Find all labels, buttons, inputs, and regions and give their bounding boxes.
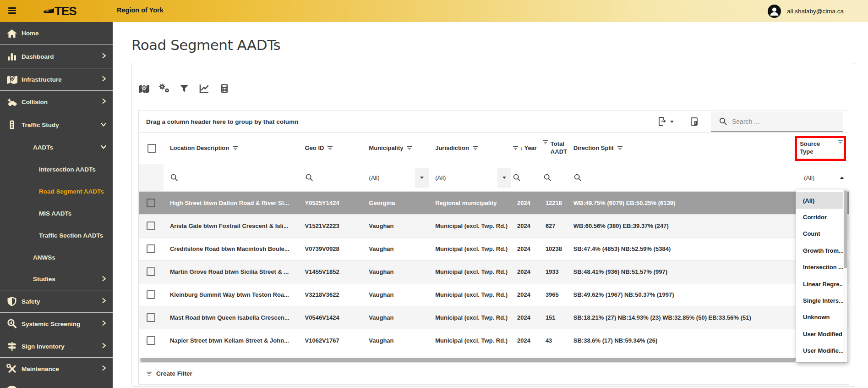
dropdown-caret[interactable]	[415, 168, 429, 188]
column-header-location-description[interactable]: Location Description	[164, 133, 299, 164]
dropdown-option[interactable]: Intersection ...	[796, 259, 847, 276]
column-header-jurisdiction[interactable]: Jurisdiction	[429, 133, 511, 164]
region-title: Region of York	[117, 6, 164, 14]
sidebar-item-label: Intersection AADTs	[39, 166, 96, 173]
filter-cell-municipality[interactable]: (All)	[362, 164, 429, 191]
row-checkbox[interactable]	[147, 222, 155, 230]
sidebar-item-safety[interactable]: Safety	[0, 290, 113, 313]
safety-icon	[6, 296, 18, 307]
filter-cell-location-description[interactable]	[164, 164, 299, 191]
cell-total-aadt: 10238	[540, 245, 569, 252]
sidebar-item-dashboard[interactable]: Dashboard	[0, 45, 113, 68]
table-row[interactable]: Mast Road btwn Queen Isabella Crescen...…	[139, 306, 849, 329]
filter-icon[interactable]	[177, 82, 191, 95]
dropdown-caret-open[interactable]	[835, 168, 849, 188]
sidebar-item-traffic-study[interactable]: Traffic Study	[0, 113, 113, 136]
sidebar: HomeDashboardInfrastructureCollisionTraf…	[0, 22, 113, 388]
chevron-right-icon	[102, 298, 106, 305]
table-row[interactable]: Napier Street btwn Kellam Street & John.…	[139, 329, 849, 352]
sidebar-item-road-segment-aadts[interactable]: Road Segment AADTs	[0, 180, 113, 202]
table-row[interactable]: Martin Grove Road btwn Sicilia Street & …	[139, 261, 849, 283]
dropdown-option[interactable]: Growth from...	[796, 242, 847, 259]
tes-logo[interactable]: TES	[42, 4, 88, 20]
cell-geo-id: V1521V2223	[299, 222, 363, 229]
menu-icon[interactable]	[8, 7, 16, 14]
dropdown-option[interactable]: Count	[796, 226, 847, 242]
column-filter-icon[interactable]	[617, 145, 623, 151]
collision-icon	[6, 96, 18, 107]
column-filter-icon[interactable]	[472, 145, 478, 151]
sidebar-item-collision[interactable]: Collision	[0, 91, 113, 113]
table-row[interactable]: Creditstone Road btwn Macintosh Boule...…	[139, 238, 849, 261]
column-filter-icon[interactable]	[542, 139, 548, 145]
row-checkbox[interactable]	[147, 244, 155, 253]
filter-cell-source-type[interactable]: (All)	[792, 164, 849, 191]
dropdown-option[interactable]: Single Inters...	[796, 292, 847, 309]
dropdown-caret[interactable]	[497, 168, 511, 188]
cell-jurisdiction: Municipal (excl. Twp. Rd.)	[429, 268, 511, 275]
sidebar-item-systemic-screening[interactable]: Systemic Screening	[0, 313, 113, 335]
filter-cell-total-aadt[interactable]	[540, 164, 569, 191]
filter-cell-jurisdiction[interactable]: (All)	[429, 164, 511, 191]
calculator-icon[interactable]	[218, 82, 231, 95]
filter-cell-direction-split[interactable]	[569, 164, 792, 191]
chevron-right-icon	[102, 343, 106, 350]
filter-cell-select[interactable]	[139, 164, 164, 191]
select-all-checkbox[interactable]	[147, 144, 156, 153]
sidebar-item-maintenance[interactable]: Maintenance	[0, 358, 113, 380]
row-checkbox[interactable]	[147, 267, 155, 276]
column-header-year[interactable]: ↓Year	[511, 133, 540, 164]
table-row[interactable]: High Street btwn Dalton Road & River St.…	[139, 192, 849, 215]
sidebar-item-home[interactable]: Home	[0, 22, 113, 45]
column-header-geo-id[interactable]: Geo ID	[299, 133, 363, 164]
table-row[interactable]: Kleinburg Summit Way btwn Teston Roa...V…	[139, 283, 849, 306]
map-icon[interactable]	[137, 82, 150, 95]
group-panel[interactable]: Drag a column header here to group by th…	[139, 111, 849, 133]
sidebar-item-intersection-aadts[interactable]: Intersection AADTs	[0, 158, 113, 180]
cell-municipality: Vaughan	[362, 291, 429, 298]
sidebar-item-mis-aadts[interactable]: MIS AADTs	[0, 202, 113, 224]
dropdown-option[interactable]: Linear Regre...	[796, 276, 847, 292]
dropdown-option[interactable]: Unknown	[796, 309, 847, 326]
column-filter-icon[interactable]	[327, 145, 333, 151]
search-input[interactable]: Search ...	[711, 111, 843, 132]
dropdown-option[interactable]: (All)	[796, 192, 847, 209]
page-title: Road Segment AADTs	[131, 37, 280, 53]
dropdown-scrollbar[interactable]	[843, 189, 847, 362]
sidebar-item-studies[interactable]: Studies	[0, 268, 113, 290]
sidebar-item-sign-inventory[interactable]: Sign Inventory	[0, 335, 113, 358]
row-checkbox[interactable]	[147, 290, 155, 299]
sidebar-item-anwss[interactable]: ANWSs	[0, 246, 113, 268]
export-button[interactable]	[656, 115, 677, 128]
column-header-municipality[interactable]: Municipality	[362, 133, 429, 164]
column-chooser-button[interactable]	[688, 115, 700, 128]
chart-icon[interactable]	[197, 82, 211, 95]
sidebar-item-traffic-section-aadts[interactable]: Traffic Section AADTs	[0, 224, 113, 246]
row-checkbox[interactable]	[147, 313, 155, 322]
column-filter-icon[interactable]	[232, 145, 238, 151]
filter-cell-year[interactable]	[511, 164, 540, 191]
cell-municipality: Vaughan	[362, 222, 429, 229]
column-header-select[interactable]	[139, 133, 164, 164]
cell-location: Kleinburg Summit Way btwn Teston Roa...	[164, 291, 299, 298]
column-header-total-aadt[interactable]: TotalAADT	[540, 133, 569, 164]
column-filter-icon[interactable]	[513, 145, 519, 151]
sidebar-item-infrastructure[interactable]: Infrastructure	[0, 68, 113, 91]
dropdown-option[interactable]: User Modifie...	[796, 343, 847, 359]
user-avatar-icon[interactable]	[768, 5, 781, 18]
row-checkbox[interactable]	[147, 336, 155, 345]
filter-cell-geo-id[interactable]	[299, 164, 363, 191]
cell-direction-split: SB:48.41% (936) NB:51.57% (997)	[569, 268, 792, 275]
scrollbar-thumb[interactable]	[140, 358, 796, 362]
dropdown-option[interactable]: User Modified	[796, 326, 847, 342]
table-row[interactable]: Arista Gate btwn Foxtrail Crescent & Isl…	[139, 215, 849, 238]
create-filter-button[interactable]: Create Filter	[139, 362, 849, 384]
row-checkbox[interactable]	[147, 199, 155, 207]
settings-icon[interactable]	[157, 82, 170, 95]
sidebar-item-aadts[interactable]: AADTs	[0, 136, 113, 158]
column-header-direction-split[interactable]: Direction Split	[569, 133, 792, 164]
maintenance-icon	[6, 363, 18, 374]
dropdown-option[interactable]: Corridor	[796, 209, 847, 225]
cell-direction-split: SB:49.62% (1967) NB:50.37% (1997)	[569, 291, 792, 298]
column-filter-icon[interactable]	[406, 145, 412, 151]
